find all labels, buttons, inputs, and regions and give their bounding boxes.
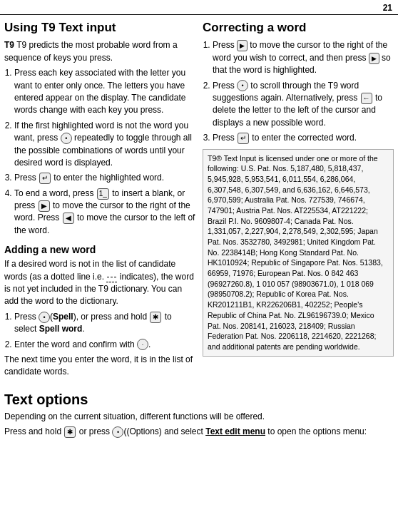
page-number-bar: 21: [0, 0, 398, 15]
t9-steps-list: Press each key associated with the lette…: [4, 67, 195, 237]
dotted-line: ---: [106, 272, 117, 282]
right-icon-1: ▶: [39, 200, 50, 212]
left-icon-1: ◀: [63, 213, 74, 224]
correct-step-3: Press ↵ to enter the corrected word.: [213, 132, 394, 144]
enter-icon-2: ↵: [238, 133, 249, 144]
t9-notice-text: T9® Text Input is licensed under one or …: [208, 154, 383, 351]
t9-step-3: Press ↵ to enter the highlighted word.: [14, 172, 195, 184]
star-icon-1: ✱: [150, 312, 161, 323]
left-intro: T9 T9 predicts the most probable word fr…: [4, 39, 195, 64]
bullet-icon-4: •: [112, 426, 123, 438]
star-icon-2: ✱: [64, 426, 76, 438]
add-word-footer: The next time you enter the word, it is …: [4, 354, 195, 379]
add-word-intro: If a desired word is not in the list of …: [4, 258, 195, 308]
add-steps-list: Press •(Spell), or press and hold ✱ to s…: [4, 311, 195, 351]
dot-icon-1: ·: [137, 339, 148, 350]
bullet-icon-2: •: [39, 312, 50, 323]
correct-step-2: Press • to scroll through the T9 word su…: [213, 80, 394, 130]
t9-step-1: Press each key associated with the lette…: [14, 67, 195, 117]
back-icon: ←: [361, 93, 372, 104]
right-nav-icon-1: ▶: [237, 40, 248, 51]
right-nav-icon-2: ▶: [369, 53, 379, 64]
text-edit-menu-label: Text edit menu: [205, 426, 265, 436]
correct-step-1: Press ▶ to move the cursor to the right …: [213, 39, 394, 76]
bottom-section: Text options Depending on the current si…: [0, 392, 398, 446]
correct-steps-list: Press ▶ to move the cursor to the right …: [203, 39, 394, 144]
left-column: Using T9 Text input T9 T9 predicts the m…: [4, 21, 195, 382]
right-column: Correcting a word Press ▶ to move the cu…: [203, 21, 394, 382]
bullet-icon-3: •: [237, 80, 248, 91]
add-word-title: Adding a new word: [4, 244, 195, 255]
t9-step-2: If the first highlighted word is not the…: [14, 120, 195, 170]
left-title: Using T9 Text input: [4, 21, 195, 35]
text-options-intro: Depending on the current situation, diff…: [4, 411, 394, 423]
enter-icon-1: ↵: [39, 173, 51, 184]
press-hold-line: Press and hold ✱ or press •((Options) an…: [4, 426, 394, 438]
page-number: 21: [0, 0, 398, 15]
text-options-title: Text options: [4, 392, 394, 408]
t9-step-4: To end a word, press 1_ to insert a blan…: [14, 188, 195, 237]
right-title: Correcting a word: [203, 21, 394, 35]
bullet-icon-1: •: [61, 133, 72, 144]
one-icon: 1_: [97, 188, 109, 200]
add-step-1: Press •(Spell), or press and hold ✱ to s…: [14, 311, 195, 336]
t9-notice-box: T9® Text Input is licensed under one or …: [203, 149, 394, 357]
add-step-2: Enter the word and confirm with ·.: [14, 339, 195, 351]
